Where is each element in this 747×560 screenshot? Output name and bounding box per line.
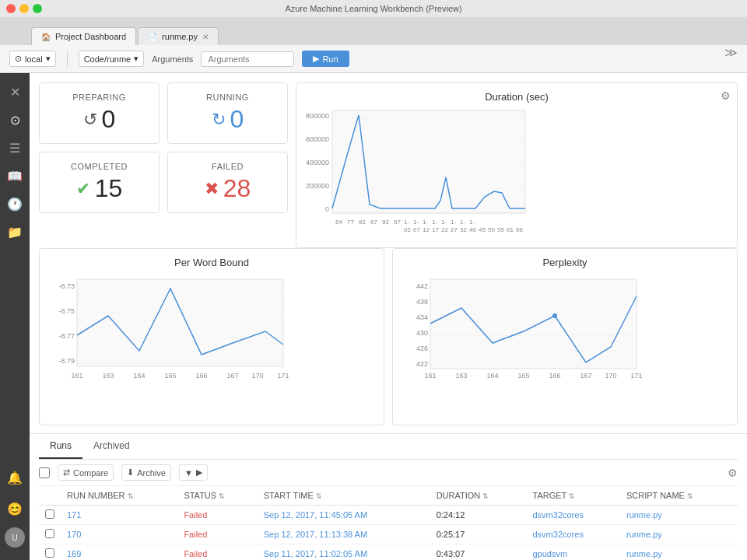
archive-button[interactable]: ⬇ Archive (121, 464, 171, 481)
tab-close-icon[interactable]: ✕ (202, 33, 209, 41)
sidebar-book-icon[interactable]: 📖 (2, 163, 27, 188)
svg-text:1-: 1- (423, 219, 428, 226)
maximize-button[interactable] (33, 4, 42, 13)
svg-text:164: 164 (133, 372, 145, 380)
completed-label: COMPLETED (71, 162, 128, 171)
start-time-cell: Sep 12, 2017, 11:13:38 AM (258, 525, 430, 544)
tab-project-dashboard[interactable]: 🏠 Project Dashboard (31, 27, 136, 45)
script-name-link[interactable]: runme.py (626, 549, 662, 558)
arguments-input[interactable] (201, 51, 294, 67)
row-checkbox[interactable] (39, 506, 61, 525)
filter-icon: ▼ (184, 468, 193, 478)
start-time-link[interactable]: Sep 11, 2017, 11:02:05 AM (264, 549, 367, 558)
th-checkbox (39, 486, 61, 506)
svg-text:422: 422 (416, 360, 428, 368)
x-circle-icon: ✖ (205, 179, 219, 199)
script-name-link[interactable]: runme.py (626, 510, 662, 520)
preparing-label: PREPARING (72, 93, 125, 102)
svg-rect-5 (332, 110, 525, 213)
archive-label: Archive (137, 468, 166, 478)
svg-text:66: 66 (516, 226, 523, 233)
svg-text:165: 165 (164, 372, 176, 380)
target-link[interactable]: gpudsvm (532, 549, 567, 558)
compare-button[interactable]: ⇄ Compare (58, 464, 114, 481)
target-link[interactable]: dsvm32cores (532, 510, 583, 520)
th-status[interactable]: STATUS ⇅ (177, 486, 257, 506)
row-checkbox[interactable] (39, 544, 61, 561)
target-cell: dsvm32cores (526, 525, 619, 544)
svg-text:55: 55 (497, 226, 504, 233)
svg-text:1-: 1- (432, 219, 437, 226)
chevron-down-icon: ▾ (134, 54, 139, 64)
perplexity-chart-svg: 442 438 434 430 426 422 (401, 273, 642, 417)
sidebar-avatar[interactable]: U (5, 527, 25, 548)
failed-label: FAILED (212, 162, 244, 171)
close-button[interactable] (6, 4, 16, 13)
tab-bar: 🏠 Project Dashboard 📄 runme.py ✕ (0, 17, 747, 45)
start-time-cell: Sep 11, 2017, 11:02:05 AM (258, 544, 430, 561)
svg-text:170: 170 (251, 372, 263, 380)
tab-nav-archived[interactable]: Archived (82, 434, 141, 459)
svg-rect-61 (430, 279, 637, 369)
tab-nav-runs[interactable]: Runs (39, 434, 82, 459)
minimize-button[interactable] (19, 4, 29, 13)
env-selector[interactable]: ⊙ local ▾ (9, 51, 56, 67)
target-link[interactable]: dsvm32cores (532, 530, 583, 539)
runs-table: RUN NUMBER ⇅ STATUS ⇅ START TIME ⇅ DURAT… (39, 486, 738, 560)
svg-text:163: 163 (102, 372, 114, 380)
stat-card-running: RUNNING ↻ 0 (167, 82, 288, 144)
start-time-link[interactable]: Sep 12, 2017, 11:13:38 AM (264, 530, 367, 539)
svg-text:61: 61 (507, 226, 514, 233)
running-value: ↻ 0 (212, 105, 244, 134)
runs-settings-icon[interactable]: ⚙ (728, 467, 738, 479)
svg-text:166: 166 (195, 372, 207, 380)
run-button[interactable]: ▶ Run (302, 51, 349, 67)
sidebar-home-icon[interactable]: ⊙ (2, 107, 27, 132)
th-target[interactable]: TARGET ⇅ (526, 486, 619, 506)
script-selector[interactable]: Code/runme ▾ (79, 51, 145, 67)
sidebar-menu-icon[interactable]: ☰ (2, 135, 27, 160)
stat-cards: PREPARING ↺ 0 RUNNING ↻ 0 (39, 82, 288, 248)
stat-cards-bottom-row: COMPLETED ✔ 15 FAILED ✖ 28 (39, 152, 288, 213)
th-duration[interactable]: DURATION ⇅ (430, 486, 527, 506)
archive-icon: ⬇ (127, 467, 134, 478)
sidebar-bell-icon[interactable]: 🔔 (2, 465, 27, 490)
per-word-chart-card: Per Word Bound -8.73 -8.75 -8.77 -8.79 (39, 248, 384, 425)
sidebar-smiley-icon[interactable]: 😊 (2, 496, 27, 521)
th-run-number[interactable]: RUN NUMBER ⇅ (61, 486, 177, 506)
run-number-link[interactable]: 169 (67, 549, 81, 558)
app-container: Azure Machine Learning Workbench (Previe… (0, 0, 747, 560)
run-number-link[interactable]: 170 (67, 530, 81, 539)
th-script-name[interactable]: SCRIPT NAME ⇅ (620, 486, 738, 506)
svg-text:200000: 200000 (306, 182, 329, 190)
svg-text:45: 45 (479, 226, 486, 233)
sidebar-close-icon[interactable]: ✕ (2, 79, 27, 104)
tabs-nav: Runs Archived (39, 434, 738, 460)
filter-expand-icon: ▶ (196, 467, 202, 478)
th-start-time[interactable]: START TIME ⇅ (258, 486, 430, 506)
per-word-chart-svg: -8.73 -8.75 -8.77 -8.79 161 163 (47, 273, 289, 417)
start-time-link[interactable]: Sep 12, 2017, 11:45:05 AM (264, 510, 367, 520)
window-title: Azure Machine Learning Workbench (Previe… (285, 4, 461, 13)
table-row: 171 Failed Sep 12, 2017, 11:45:05 AM 0:2… (39, 506, 738, 525)
select-all-checkbox[interactable] (39, 467, 50, 478)
duration-chart-gear-icon[interactable]: ⚙ (721, 89, 731, 102)
filter-button[interactable]: ▼ ▶ (179, 464, 208, 481)
sidebar-history-icon[interactable]: 🕐 (2, 191, 27, 216)
arrow-icon: ↺ (83, 110, 97, 130)
running-number: 0 (230, 105, 244, 134)
failed-number: 28 (223, 174, 251, 203)
duration-chart-title: Duration (sec) (304, 91, 729, 103)
collapse-icon[interactable]: ≫ (724, 45, 738, 60)
tab-label: Project Dashboard (55, 32, 126, 41)
row-checkbox[interactable] (39, 525, 61, 544)
run-number-link[interactable]: 171 (67, 510, 81, 520)
sort-icon: ⇅ (219, 492, 225, 500)
tab-runme[interactable]: 📄 runme.py ✕ (138, 27, 219, 45)
svg-text:40: 40 (469, 226, 476, 233)
sidebar-folder-icon[interactable]: 📁 (2, 219, 27, 244)
play-icon: ▶ (313, 54, 319, 64)
env-label: local (25, 54, 43, 64)
script-name-link[interactable]: runme.py (626, 530, 662, 539)
status-value: Failed (184, 549, 207, 558)
